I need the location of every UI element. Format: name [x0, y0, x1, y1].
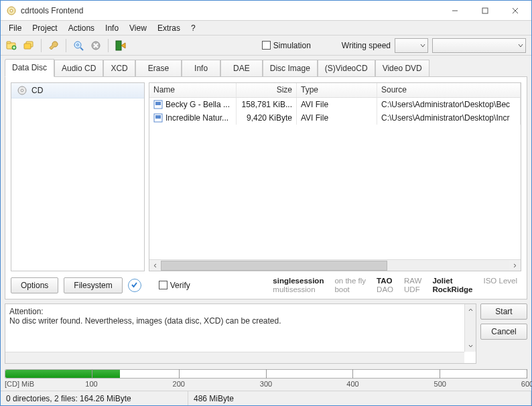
list-item[interactable]: Incredible Natur... 9,420 KiByte AVI Fil… — [149, 111, 521, 125]
svg-point-14 — [77, 44, 79, 46]
menu-extras[interactable]: Extras — [152, 22, 186, 34]
ruler-tick-label: 200 — [173, 380, 185, 388]
statusbar: 0 directories, 2 files: 164.26 MiByte 48… — [1, 391, 531, 405]
message-panel: Attention: No disc writer found. Neverth… — [5, 303, 476, 364]
tab-svideocd[interactable]: (S)VideoCD — [318, 60, 375, 77]
cell-name: Becky G - Bella ... — [165, 100, 230, 109]
minimize-button[interactable] — [440, 1, 470, 20]
scroll-down-icon[interactable] — [465, 340, 476, 352]
options-button[interactable]: Options — [11, 277, 58, 293]
svg-point-21 — [21, 89, 23, 92]
ruler-tick — [440, 369, 440, 379]
col-name[interactable]: Name — [149, 83, 237, 97]
writing-speed-dropdown[interactable] — [395, 38, 428, 53]
tab-audio-cd[interactable]: Audio CD — [54, 60, 103, 77]
cell-source: C:\Users\Administrator\Desktop\Incr — [377, 111, 521, 125]
disc-usage-fill — [5, 370, 120, 378]
cell-type: AVI File — [297, 98, 377, 111]
device-dropdown[interactable] — [432, 38, 526, 53]
tab-video-dvd[interactable]: Video DVD — [375, 60, 429, 77]
toolbar-cancel-icon[interactable] — [88, 38, 104, 54]
message-body: No disc writer found. Nevertheless, imag… — [9, 316, 472, 326]
file-list-body[interactable]: Becky G - Bella ... 158,781 KiB... AVI F… — [149, 98, 521, 259]
ruler-tick — [527, 369, 527, 379]
simulation-label: Simulation — [273, 41, 311, 50]
cancel-button[interactable]: Cancel — [480, 324, 527, 340]
menu-help[interactable]: ? — [186, 22, 201, 34]
svg-point-1 — [10, 9, 13, 12]
toolbar-add-file-icon[interactable] — [3, 38, 19, 54]
close-button[interactable] — [500, 1, 530, 20]
app-icon — [6, 5, 17, 16]
toolbar-disc-search-icon[interactable] — [70, 38, 86, 54]
checkbox-icon — [159, 281, 168, 289]
toolbar-wrench-icon[interactable] — [46, 38, 62, 54]
mode-on-the-fly: on the fly — [334, 277, 366, 285]
svg-rect-12 — [24, 44, 31, 49]
chevron-down-icon — [518, 43, 523, 48]
writing-speed-label: Writing speed — [342, 41, 391, 50]
disc-icon — [17, 85, 27, 96]
toolbar-folder-stack-icon[interactable] — [21, 38, 37, 54]
ruler-tick-label: 300 — [260, 380, 272, 388]
verify-checkbox[interactable]: Verify — [159, 281, 190, 290]
tab-xcd[interactable]: XCD — [103, 60, 135, 77]
list-item[interactable]: Becky G - Bella ... 158,781 KiB... AVI F… — [149, 98, 521, 111]
tab-disc-image[interactable]: Disc Image — [263, 60, 318, 77]
tab-info[interactable]: Info — [182, 60, 220, 77]
toolbar-exit-icon[interactable] — [113, 38, 129, 54]
tab-dae[interactable]: DAE — [220, 60, 263, 77]
mode-dao: DAO — [377, 285, 393, 293]
menu-project[interactable]: Project — [27, 22, 62, 34]
svg-line-15 — [80, 48, 83, 50]
svg-rect-25 — [155, 115, 161, 119]
scroll-right-icon[interactable] — [509, 261, 521, 271]
start-button[interactable]: Start — [480, 303, 527, 320]
hscrollbar[interactable] — [5, 352, 464, 363]
mode-status-grid: singlesession on the fly TAO RAW Joliet … — [273, 277, 521, 293]
data-disc-page: CD Name Size Type Source Becky G - Bella… — [5, 76, 527, 299]
menu-file[interactable]: File — [3, 22, 27, 34]
mode-raw: RAW — [404, 277, 421, 285]
cell-name: Incredible Natur... — [165, 113, 228, 123]
ruler-tick — [352, 369, 353, 379]
mode-rockridge: RockRidge — [432, 285, 472, 293]
col-source[interactable]: Source — [377, 83, 521, 97]
hscrollbar[interactable] — [149, 259, 521, 271]
window-controls — [440, 1, 530, 20]
cell-size: 158,781 KiB... — [237, 98, 297, 111]
title-text: cdrtools Frontend — [21, 6, 440, 15]
menu-view[interactable]: View — [124, 22, 152, 34]
action-buttons: Start Cancel — [480, 303, 527, 364]
menu-actions[interactable]: Actions — [63, 22, 100, 34]
scroll-thumb[interactable] — [161, 261, 387, 271]
col-type[interactable]: Type — [297, 83, 377, 97]
col-size[interactable]: Size — [237, 83, 297, 97]
app-window: cdrtools Frontend File Project Actions I… — [0, 0, 532, 406]
scroll-left-icon[interactable] — [149, 261, 161, 271]
tab-data-disc[interactable]: Data Disc — [5, 59, 54, 77]
menu-info[interactable]: Info — [100, 22, 124, 34]
scroll-track[interactable] — [161, 261, 509, 271]
tab-erase[interactable]: Erase — [135, 60, 182, 77]
cell-size: 9,420 KiByte — [237, 111, 297, 125]
svg-rect-3 — [482, 8, 488, 13]
simulation-checkbox[interactable]: Simulation — [262, 41, 311, 50]
svg-rect-7 — [7, 42, 11, 44]
svg-rect-19 — [116, 41, 121, 50]
filesystem-button[interactable]: Filesystem — [64, 277, 122, 293]
mode-singlesession: singlesession — [273, 277, 324, 285]
ruler-tick-label: 500 — [434, 380, 446, 388]
tree-panel[interactable]: CD — [11, 82, 145, 271]
ruler-tick-label: 100 — [85, 380, 97, 388]
cell-type: AVI File — [297, 111, 377, 125]
tree-root-cd[interactable]: CD — [11, 83, 144, 98]
vscrollbar[interactable] — [464, 304, 476, 352]
fs-check-indicator[interactable] — [128, 279, 141, 292]
scroll-up-icon[interactable] — [465, 304, 476, 316]
svg-rect-23 — [155, 102, 161, 105]
verify-label: Verify — [170, 281, 190, 290]
menubar: File Project Actions Info View Extras ? — [1, 21, 531, 36]
maximize-button[interactable] — [470, 1, 500, 20]
video-file-icon — [153, 113, 163, 123]
